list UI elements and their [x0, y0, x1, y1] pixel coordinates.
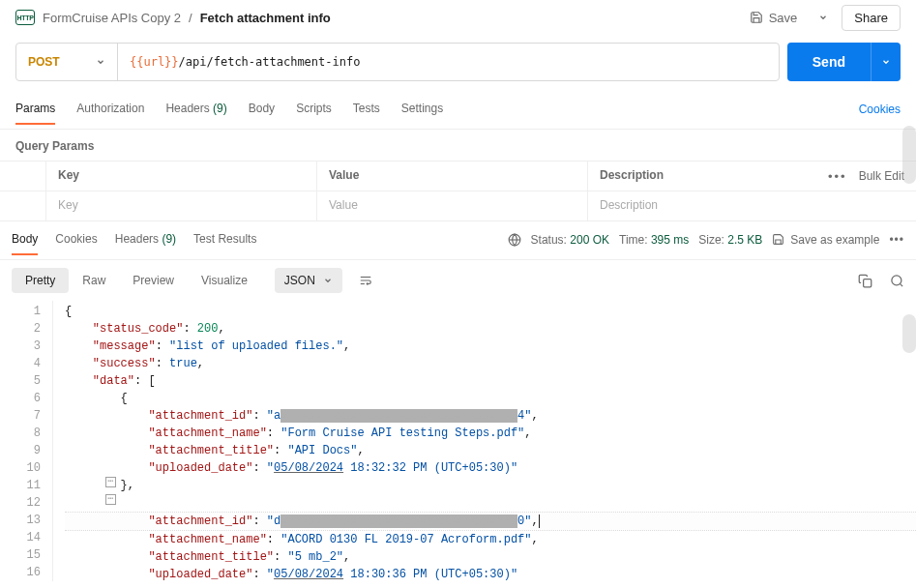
request-tabs: Params Authorization Headers (9) Body Sc… [0, 97, 916, 130]
params-value-header: Value [317, 162, 588, 191]
tab-authorization[interactable]: Authorization [76, 102, 144, 125]
size-label: Size: [698, 233, 724, 247]
scrollbar-thumb[interactable] [902, 314, 916, 353]
status-label: Status: [531, 233, 567, 247]
save-label: Save [769, 11, 798, 25]
params-empty-row[interactable]: Key Value Description [0, 191, 916, 221]
copy-response-icon[interactable] [858, 274, 872, 288]
tab-scripts[interactable]: Scripts [296, 102, 332, 125]
svg-line-6 [900, 283, 902, 286]
response-view-bar: Pretty Raw Preview Visualize JSON [0, 260, 916, 301]
http-method-select[interactable]: POST [16, 44, 118, 80]
response-more-icon[interactable]: ••• [889, 233, 904, 247]
view-preview[interactable]: Preview [119, 268, 188, 293]
breadcrumb-request[interactable]: Fetch attachment info [200, 11, 331, 25]
params-value-input[interactable]: Value [317, 191, 588, 220]
time-value: 395 ms [651, 233, 689, 247]
chevron-down-icon [818, 13, 828, 22]
chevron-down-icon [881, 57, 891, 67]
search-response-icon[interactable] [890, 274, 904, 288]
network-icon[interactable] [508, 233, 521, 247]
params-desc-header: Description [588, 162, 816, 191]
params-key-header: Key [46, 162, 317, 191]
svg-point-5 [892, 275, 901, 284]
query-params-title: Query Params [0, 130, 916, 161]
response-tabs: Body Cookies Headers (9) Test Results St… [0, 227, 916, 260]
status-code: 200 OK [570, 233, 609, 247]
view-pretty[interactable]: Pretty [12, 268, 69, 293]
params-more-icon[interactable]: ••• [828, 169, 847, 184]
format-select[interactable]: JSON [275, 268, 342, 293]
params-table: Key Value Description ••• Bulk Edit Key … [0, 161, 916, 221]
breadcrumb-separator: / [189, 11, 192, 25]
line-gutter: 1234567891011121314151617 [0, 301, 53, 581]
view-raw[interactable]: Raw [69, 268, 119, 293]
breadcrumb-collection[interactable]: FormCruise APIs Copy 2 [43, 11, 181, 25]
url-path: /api/fetch-attachment-info [179, 55, 361, 69]
url-input[interactable]: {{url}}/api/fetch-attachment-info [118, 44, 779, 80]
params-header-row: Key Value Description ••• Bulk Edit [0, 162, 916, 191]
method-value: POST [28, 55, 60, 69]
http-method-icon: HTTP [15, 10, 35, 25]
params-key-input[interactable]: Key [46, 191, 317, 220]
bulk-edit-button[interactable]: Bulk Edit [859, 169, 904, 183]
tab-body[interactable]: Body [249, 102, 275, 125]
share-button[interactable]: Share [842, 5, 901, 31]
save-as-example-button[interactable]: Save as example [772, 233, 879, 247]
resp-tab-test-results[interactable]: Test Results [193, 232, 256, 255]
chevron-down-icon [96, 57, 105, 67]
save-icon [772, 233, 784, 246]
save-icon [750, 11, 763, 24]
params-desc-input[interactable]: Description [588, 191, 916, 220]
url-variable: {{url}} [130, 55, 179, 69]
url-bar: POST {{url}}/api/fetch-attachment-info S… [0, 35, 916, 97]
view-visualize[interactable]: Visualize [188, 268, 261, 293]
save-dropdown-caret[interactable] [813, 9, 834, 26]
json-response-viewer[interactable]: 1234567891011121314151617 { "status_code… [0, 301, 916, 581]
chevron-down-icon [323, 276, 333, 285]
save-button[interactable]: Save [742, 7, 806, 29]
tab-headers[interactable]: Headers (9) [165, 102, 226, 125]
code-content[interactable]: { "status_code": 200, "message": "list o… [53, 301, 916, 581]
line-wrap-toggle[interactable] [354, 270, 377, 291]
tab-tests[interactable]: Tests [353, 102, 380, 125]
resp-tab-headers[interactable]: Headers (9) [115, 232, 176, 255]
time-label: Time: [619, 233, 648, 247]
cookies-link[interactable]: Cookies [859, 103, 901, 124]
size-value: 2.5 KB [727, 233, 762, 247]
breadcrumb-bar: HTTP FormCruise APIs Copy 2 / Fetch atta… [0, 0, 916, 35]
send-dropdown-caret[interactable] [871, 43, 901, 81]
send-button[interactable]: Send [787, 43, 871, 81]
tab-params[interactable]: Params [15, 102, 55, 125]
scrollbar-thumb[interactable] [902, 126, 916, 184]
tab-settings[interactable]: Settings [401, 102, 443, 125]
svg-rect-4 [864, 279, 872, 286]
resp-tab-cookies[interactable]: Cookies [55, 232, 97, 255]
resp-tab-body[interactable]: Body [12, 232, 38, 255]
